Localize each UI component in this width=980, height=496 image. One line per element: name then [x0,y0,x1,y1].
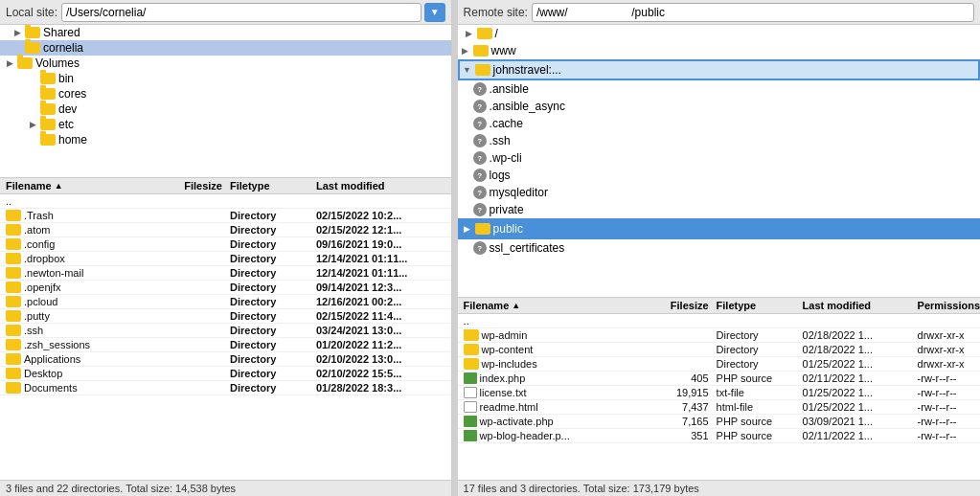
file-type: Directory [230,253,316,264]
tree-expand-etc: ▶ [25,120,40,129]
folder-icon-public [475,223,490,235]
file-type: Directory [230,296,316,307]
remote-tree-item-ansible-async[interactable]: ? .ansible_async [458,98,980,115]
file-name: license.txt [458,387,650,398]
question-icon-wp-cli: ? [473,151,487,165]
file-name: .openjfx [0,282,153,293]
table-row[interactable]: .ssh Directory 03/24/2021 13:0... [0,324,451,338]
file-name: .newton-mail [0,267,153,279]
remote-tree-item-logs[interactable]: ? logs [458,167,980,184]
local-site-path-input[interactable] [61,3,422,22]
table-row[interactable]: .. [458,314,980,328]
remote-tree-item-root[interactable]: ▶ / [458,25,980,42]
table-row[interactable]: wp-admin Directory 02/18/2022 1... drwxr… [458,328,980,343]
table-row[interactable]: Documents Directory 01/28/2022 18:3... [0,381,451,395]
table-row[interactable]: .. [0,194,451,209]
remote-site-bar: Remote site: [458,0,980,25]
remote-tree-item-www[interactable]: ▶ www [458,42,980,59]
php-file-icon [464,430,477,441]
file-name: Applications [0,353,153,365]
file-name: .pcloud [0,296,153,307]
table-row[interactable]: .Trash Directory 02/15/2022 10:2... [0,209,451,223]
table-row[interactable]: .openjfx Directory 09/14/2021 12:3... [0,281,451,295]
remote-tree-item-ssl[interactable]: ? ssl_certificates [458,239,980,257]
remote-col-header-filesize[interactable]: Filesize [650,300,717,311]
table-row[interactable]: .config Directory 09/16/2021 19:0... [0,237,451,252]
file-name: .dropbox [0,253,153,264]
folder-icon-cornelia [25,42,40,54]
tree-item-dev[interactable]: dev [0,101,451,117]
remote-tree-item-ssh[interactable]: ? .ssh [458,132,980,149]
col-header-filetype[interactable]: Filetype [230,180,316,192]
tree-item-shared[interactable]: ▶ Shared [0,25,451,40]
remote-tree-item-cache[interactable]: ? .cache [458,115,980,132]
tree-label-mysqleditor: mysqleditor [490,186,548,199]
table-row[interactable]: wp-content Directory 02/18/2022 1... drw… [458,343,980,357]
file-size: 7,165 [650,416,717,427]
file-modified: 12/14/2021 01:11... [316,253,451,264]
table-row[interactable]: wp-activate.php 7,165 PHP source 03/09/2… [458,415,980,429]
table-row[interactable]: .dropbox Directory 12/14/2021 01:11... [0,252,451,266]
remote-tree-item-private[interactable]: ? private [458,201,980,218]
file-modified: 02/15/2022 11:4... [316,310,451,322]
tree-item-cornelia[interactable]: cornelia [0,40,451,56]
file-modified: 01/25/2022 1... [803,358,918,370]
col-header-filename[interactable]: Filename ▲ [0,180,153,192]
remote-col-header-filename[interactable]: Filename ▲ [458,300,650,311]
remote-site-path-input[interactable] [532,3,974,22]
tree-item-volumes[interactable]: ▶ Volumes [0,56,451,71]
table-row[interactable]: readme.html 7,437 html-file 01/25/2022 1… [458,400,980,415]
folder-icon [6,325,21,336]
file-name: Desktop [0,368,153,379]
file-type: Directory [230,224,316,236]
file-size: 351 [650,430,717,441]
remote-tree-item-ansible[interactable]: ? .ansible [458,80,980,98]
remote-tree-item-mysqleditor[interactable]: ? mysqleditor [458,184,980,201]
remote-tree-item-wp-cli[interactable]: ? .wp-cli [458,149,980,167]
tree-item-etc[interactable]: ▶ etc [0,117,451,132]
tree-item-home[interactable]: home [0,132,451,147]
table-row[interactable]: .putty Directory 02/15/2022 11:4... [0,309,451,324]
table-row[interactable]: Applications Directory 02/10/2022 13:0..… [0,352,451,367]
table-row[interactable]: wp-blog-header.p... 351 PHP source 02/11… [458,429,980,443]
file-size: 19,915 [650,387,717,398]
tree-expand-public: ▶ [460,224,475,234]
tree-label-home: home [58,133,87,147]
col-header-filesize[interactable]: Filesize [153,180,230,192]
folder-icon [6,296,21,307]
tree-label-ssl: ssl_certificates [490,241,565,255]
file-modified: 02/15/2022 10:2... [316,210,451,221]
remote-col-header-filetype[interactable]: Filetype [717,300,803,311]
table-row[interactable]: .atom Directory 02/15/2022 12:1... [0,223,451,237]
file-type: Directory [230,282,316,293]
col-header-lastmod[interactable]: Last modified [316,180,451,192]
file-modified: 09/16/2021 19:0... [316,238,451,250]
tree-item-cores[interactable]: cores [0,86,451,101]
local-site-dropdown-button[interactable]: ▼ [424,3,445,22]
file-type: Directory [230,353,316,365]
table-row[interactable]: Desktop Directory 02/10/2022 15:5... [0,367,451,381]
table-row[interactable]: license.txt 19,915 txt-file 01/25/2022 1… [458,386,980,400]
remote-col-header-permissions[interactable]: Permissions [918,300,980,311]
remote-col-header-lastmod[interactable]: Last modified [803,300,918,311]
file-type: Directory [230,339,316,350]
table-row[interactable]: .newton-mail Directory 12/14/2021 01:11.… [0,266,451,281]
remote-tree-item-public[interactable]: ▶ public [458,218,980,239]
file-name: .ssh [0,325,153,336]
file-modified: 01/25/2022 1... [803,401,918,413]
file-size: 7,437 [650,401,717,413]
folder-icon [6,253,21,264]
tree-item-bin[interactable]: bin [0,71,451,86]
file-perms: -rw-r--r-- [918,401,980,413]
folder-icon [464,329,479,341]
tree-label-private: private [490,203,524,216]
local-site-label: Local site: [6,6,57,19]
remote-tree-item-johnstravel[interactable]: ▼ johnstravel:... [458,59,980,80]
table-row[interactable]: .pcloud Directory 12/16/2021 00:2... [0,295,451,309]
file-name: Documents [0,382,153,394]
remote-file-list: .. wp-admin Directory 02/18/2022 1... dr… [458,314,980,480]
file-modified: 09/14/2021 12:3... [316,282,451,293]
table-row[interactable]: index.php 405 PHP source 02/11/2022 1...… [458,372,980,386]
table-row[interactable]: wp-includes Directory 01/25/2022 1... dr… [458,357,980,372]
table-row[interactable]: .zsh_sessions Directory 01/20/2022 11:2.… [0,338,451,352]
